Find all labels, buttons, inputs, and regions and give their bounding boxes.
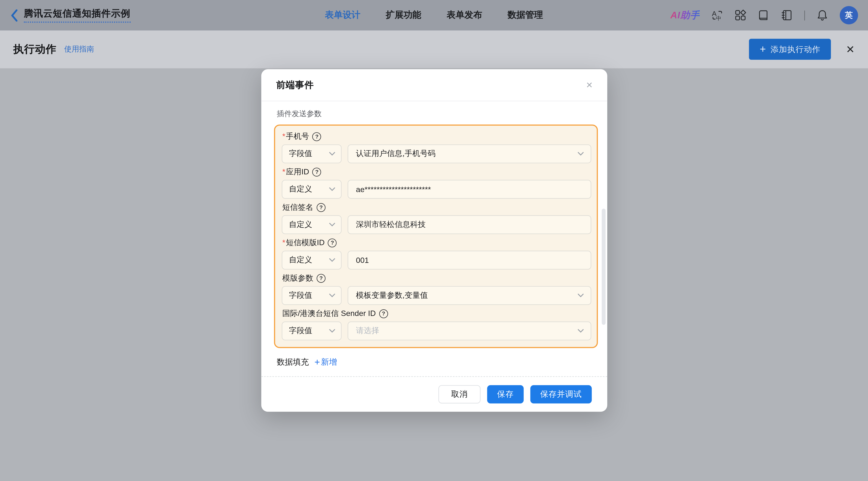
field-label: *短信模版ID ? (282, 238, 591, 248)
field-sms-signature: 短信签名 ? 自定义 深圳市轻松信息科技 (282, 202, 591, 234)
form-title-dotted-underline (24, 22, 130, 23)
value-mode-select[interactable]: 字段值 (282, 145, 341, 163)
chevron-down-icon (329, 152, 336, 156)
chevron-down-icon (329, 329, 336, 333)
phone-field-select[interactable]: 认证用户信息,手机号码 (348, 145, 591, 163)
modal-body: 插件发送参数 *手机号 ? 字段值 认证用户信息,手机号码 (261, 109, 607, 367)
value-mode-select[interactable]: 自定义 (282, 251, 341, 269)
data-fill-add-button[interactable]: + 新增 (314, 357, 337, 367)
topbar-actions: AI助手 A 中 (670, 6, 858, 25)
user-avatar[interactable]: 英 (840, 6, 858, 25)
add-new-label: 新增 (321, 357, 337, 367)
value-mode-select[interactable]: 自定义 (282, 215, 341, 234)
field-label: 国际/港澳台短信 Sender ID ? (282, 309, 591, 318)
value-mode-select[interactable]: 自定义 (282, 180, 341, 199)
data-fill-label: 数据填充 (277, 357, 309, 367)
value-mode-select[interactable]: 字段值 (282, 321, 341, 340)
field-phone-number: *手机号 ? 字段值 认证用户信息,手机号码 (282, 132, 591, 163)
chevron-down-icon (578, 293, 584, 297)
field-label: *手机号 ? (282, 132, 591, 141)
field-row: 字段值 模板变量参数,变量值 (282, 286, 591, 305)
sms-template-id-input[interactable]: 001 (348, 251, 591, 269)
actionbar-close-icon[interactable]: ✕ (846, 44, 855, 55)
modal-header: 前端事件 ✕ (261, 69, 607, 101)
app-window: 腾讯云短信通知插件示例 表单设计 扩展功能 表单发布 数据管理 AI助手 A 中 (0, 0, 868, 481)
plus-icon: + (760, 43, 766, 54)
data-fill-row: 数据填充 + 新增 (277, 357, 592, 367)
main-tabs: 表单设计 扩展功能 表单发布 数据管理 (325, 0, 543, 30)
chevron-down-icon (329, 222, 336, 227)
field-label: 模版参数 ? (282, 273, 591, 283)
form-title-group: 腾讯云短信通知插件示例 (10, 8, 130, 23)
value-mode-select[interactable]: 字段值 (282, 286, 341, 305)
top-navigation-bar: 腾讯云短信通知插件示例 表单设计 扩展功能 表单发布 数据管理 AI助手 A 中 (0, 0, 868, 30)
chevron-down-icon (578, 329, 584, 333)
help-icon[interactable]: ? (317, 203, 326, 212)
tab-data-management[interactable]: 数据管理 (507, 9, 543, 21)
modal-scrollbar-thumb[interactable] (602, 209, 606, 325)
chevron-down-icon (329, 293, 336, 297)
modal-footer: 取消 保存 保存并调试 (261, 377, 607, 412)
add-execute-action-label: 添加执行动作 (771, 44, 820, 55)
tab-form-publish[interactable]: 表单发布 (447, 9, 482, 21)
help-icon[interactable]: ? (328, 238, 337, 247)
execute-action-title: 执行动作 (13, 42, 56, 56)
plugin-params-section-label: 插件发送参数 (277, 109, 592, 119)
modal-close-icon[interactable]: ✕ (586, 81, 593, 89)
usage-guide-link[interactable]: 使用指南 (64, 44, 94, 54)
field-label: *应用ID ? (282, 167, 591, 177)
cancel-button[interactable]: 取消 (438, 385, 480, 404)
field-row: 自定义 001 (282, 251, 591, 269)
chevron-down-icon (578, 152, 584, 156)
language-translate-icon[interactable]: A 中 (711, 9, 723, 21)
help-icon[interactable]: ? (317, 274, 326, 283)
help-icon[interactable]: ? (312, 167, 321, 176)
tab-form-design[interactable]: 表单设计 (325, 9, 361, 21)
modal-title: 前端事件 (276, 79, 314, 91)
app-id-input[interactable]: ae********************** (348, 180, 591, 199)
add-execute-action-button[interactable]: + 添加执行动作 (749, 39, 831, 60)
topbar-divider (804, 10, 805, 20)
sms-signature-input[interactable]: 深圳市轻松信息科技 (348, 215, 591, 234)
execute-action-bar: 执行动作 使用指南 + 添加执行动作 ✕ (0, 30, 868, 69)
required-asterisk: * (282, 132, 285, 140)
save-button[interactable]: 保存 (487, 385, 524, 404)
notebook-template-icon[interactable] (781, 9, 793, 21)
apps-grid-icon[interactable] (735, 9, 746, 21)
chevron-down-icon (329, 187, 336, 191)
plus-icon: + (314, 357, 320, 366)
field-intl-sender-id: 国际/港澳台短信 Sender ID ? 字段值 请选择 (282, 309, 591, 341)
field-row: 字段值 请选择 (282, 321, 591, 340)
back-chevron-icon[interactable] (10, 9, 19, 22)
ai-assistant-button[interactable]: AI助手 (670, 9, 700, 22)
form-title: 腾讯云短信通知插件示例 (24, 8, 130, 20)
notification-bell-icon[interactable] (816, 9, 828, 21)
help-book-icon[interactable] (758, 9, 770, 21)
save-and-debug-button[interactable]: 保存并调试 (530, 385, 592, 404)
template-params-select[interactable]: 模板变量参数,变量值 (348, 286, 591, 305)
frontend-event-modal: 前端事件 ✕ 插件发送参数 *手机号 ? 字段值 (261, 69, 607, 412)
field-row: 字段值 认证用户信息,手机号码 (282, 145, 591, 163)
plugin-params-panel: *手机号 ? 字段值 认证用户信息,手机号码 (274, 124, 598, 348)
tab-extensions[interactable]: 扩展功能 (386, 9, 422, 21)
required-asterisk: * (282, 238, 285, 247)
chevron-down-icon (329, 258, 336, 262)
required-asterisk: * (282, 167, 285, 176)
field-sms-template-id: *短信模版ID ? 自定义 001 (282, 238, 591, 269)
svg-text:中: 中 (716, 15, 721, 21)
form-title-wrap[interactable]: 腾讯云短信通知插件示例 (24, 8, 130, 23)
field-template-params: 模版参数 ? 字段值 模板变量参数,变量值 (282, 273, 591, 305)
field-row: 自定义 ae********************** (282, 180, 591, 199)
field-app-id: *应用ID ? 自定义 ae********************** (282, 167, 591, 199)
help-icon[interactable]: ? (379, 309, 388, 318)
help-icon[interactable]: ? (312, 132, 321, 141)
field-row: 自定义 深圳市轻松信息科技 (282, 215, 591, 234)
intl-sender-id-select[interactable]: 请选择 (348, 321, 591, 340)
field-label: 短信签名 ? (282, 202, 591, 212)
